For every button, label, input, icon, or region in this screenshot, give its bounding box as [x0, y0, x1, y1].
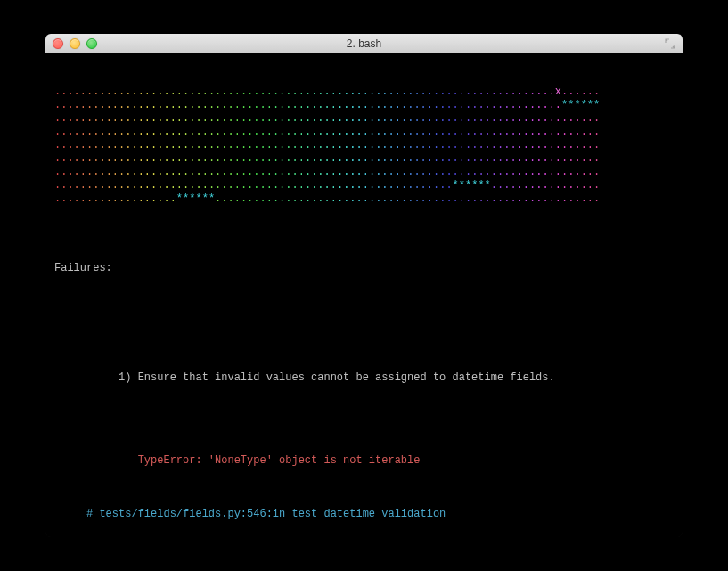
terminal-body[interactable]: ........................................…	[45, 53, 683, 537]
failure-item: 1) Ensure that invalid values cannot be …	[54, 315, 674, 537]
progress-row: ........................................…	[54, 166, 674, 179]
progress-row: ........................................…	[54, 99, 674, 112]
progress-row: ........................................…	[54, 179, 674, 192]
progress-row: ...................******...............…	[54, 192, 674, 206]
traffic-lights	[53, 38, 97, 49]
failures-header: Failures:	[54, 262, 674, 275]
zoom-icon[interactable]	[86, 38, 97, 49]
window-title: 2. bash	[45, 37, 683, 50]
progress-row: ........................................…	[54, 152, 674, 166]
titlebar: 2. bash	[45, 34, 683, 53]
test-progress-dots: ........................................…	[54, 86, 674, 206]
fullscreen-icon[interactable]	[665, 38, 675, 49]
close-icon[interactable]	[53, 38, 63, 49]
progress-row: ........................................…	[54, 139, 674, 152]
progress-row: ........................................…	[54, 86, 674, 99]
terminal-window: 2. bash ................................…	[45, 34, 683, 537]
failure-error: TypeError: 'NoneType' object is not iter…	[138, 454, 421, 467]
failure-index: 1)	[119, 371, 131, 384]
trace-line: # tests/fields/fields.py:546:in test_dat…	[86, 508, 446, 520]
progress-row: ........................................…	[54, 126, 674, 139]
minimize-icon[interactable]	[70, 38, 80, 49]
progress-row: ........................................…	[54, 112, 674, 126]
failure-description: Ensure that invalid values cannot be ass…	[138, 371, 555, 384]
